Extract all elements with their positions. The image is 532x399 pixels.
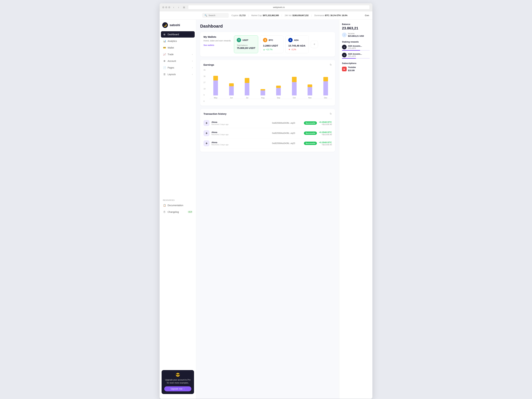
staking-coin-icon-1: ◎ [342,45,347,49]
tx-avatar-icon-1: ✈ [205,121,208,125]
chart-label-jul: Jul [246,97,248,99]
tx-amount-usd-1: +$10,930.90 [319,123,332,125]
sidebar-nav: ⊞ Dashboard 📊 Analytics 💳 Wallet [160,31,196,197]
logo-text: satoshi [170,23,180,27]
market-cap-ticker: Market Cap: $871,322,862,585 [251,14,279,17]
forward-button[interactable]: › [177,6,180,9]
search-icon: 🔍 [204,14,207,17]
bar-stack-sep [276,86,281,95]
page-title: Dashboard [200,24,335,29]
usdt-coin-name: USDT [242,39,248,41]
logo-icon: 🌙 [162,22,168,28]
search-box[interactable]: 🔍 [202,13,229,18]
staking-coin-icon-2: ◎ [342,53,347,57]
sidebar-item-trade[interactable]: 📈 Trade › [161,51,195,57]
usdt-coin-icon: T [237,38,241,42]
sidebar-item-label-docs: Documentation [168,204,183,207]
income-arrow-icon: ↓ [344,34,345,36]
staking-bar-2 [342,58,370,59]
sub-info-youtube: Youtube $10.99 [348,66,356,72]
url-bar[interactable]: webpixels.io [188,5,370,9]
sidebar-item-changelog[interactable]: 🗒 Changelog v1.0 [161,209,195,215]
search-input[interactable] [209,14,225,17]
sidebar-item-docs[interactable]: 📋 Documentation [161,202,195,209]
back-button[interactable]: ‹ [172,6,175,9]
tx-name-2: Alexa [211,131,270,133]
tx-amount-1: +0.2948 BTC +$10,930.90 [319,121,332,125]
sidebar-item-account[interactable]: ⚙ Account › [161,58,195,64]
wallet-card-header-usdt: T USDT [237,38,255,42]
bar-yellow-nov [308,84,312,87]
chart-label-jun: Jun [230,97,233,99]
bar-yellow-may [213,76,218,81]
staking-bar-fill-2 [342,58,356,59]
tx-hash-3: 0xd029384sd343fd...eq23 [272,142,302,145]
pages-icon: 📄 [163,66,166,69]
chart-bar-nov: Nov [304,84,316,99]
analytics-icon: 📊 [163,40,166,43]
ada-balance-value: 10.745,49 ADA [288,44,306,47]
sub-price-youtube: $10.99 [348,69,356,72]
staking-item-2: ◎ ADA Investm... 25% APR [342,53,370,59]
see-wallets-link[interactable]: See wallets [203,44,214,46]
wallet-card-btc[interactable]: ₿ BTC 3.2893 USDT ▲ +13.7% [260,35,284,53]
sidebar-item-pages[interactable]: 📄 Pages › [161,64,195,71]
tx-avatar-icon-2: ✈ [205,132,208,135]
sidebar-item-layouts[interactable]: ☰ Layouts › [161,71,195,77]
balance-label: Balance [342,23,370,25]
transactions-refresh-icon[interactable]: ↻ [330,112,332,115]
income-info: Income $23.863,21 USD [348,32,364,37]
chart-title: Earnings [203,63,214,66]
chart-bar-jul: Jul [241,78,253,99]
bar-stack-may [213,76,218,95]
account-icon: ⚙ [163,59,166,63]
staking-row-2: ◎ ADA Investm... 25% APR [342,53,370,57]
changelog-badge: v1.0 [188,211,193,213]
tx-amount-btc-2: +0.2948 BTC [319,131,332,133]
tx-avatar-1: ✈ [203,120,209,126]
sidebar-toggle-button[interactable]: ⊞ [182,6,186,9]
staking-info-2: ADA Investm... 25% APR [348,53,362,57]
income-value: $23.863,21 USD [348,35,364,37]
bar-yellow-sep [276,86,281,88]
tx-status-badge-3: Successful [304,142,317,145]
transactions-section: Transaction history ↻ ✈ Alexa Received 2… [200,109,335,152]
cryptos-ticker: Cryptos: 21,713 [231,14,246,17]
sidebar-item-wallet[interactable]: 💳 Wallet [161,44,195,51]
sidebar-item-label-pages: Pages [168,66,174,69]
tx-amount-3: +0.2948 BTC +$10,930.90 [319,141,332,146]
wallet-card-ada[interactable]: A ADA 10.745,49 ADA ▼ -3.2% [285,35,309,53]
ada-change: ▼ -3.2% [288,48,306,51]
moon-icon: 🌙 [163,24,167,27]
main-content: Dashboard My Wallets Invest, stake and e… [196,20,339,399]
staking-label: Staking rewards [342,41,370,43]
y-label-45: 45 [203,69,208,71]
sidebar-item-dashboard[interactable]: ⊞ Dashboard [161,31,195,38]
bar-purple-sep [276,88,281,95]
tx-time-2: Received 2 days ago [211,133,270,135]
chevron-right-icon-account: › [192,60,193,62]
chart-bar-oct: Oct [288,77,301,99]
add-wallet-button[interactable]: + [311,41,318,48]
tx-amount-btc-1: +0.2948 BTC [319,121,332,123]
staking-name-1: ADA Investm... [348,45,362,47]
sidebar-item-analytics[interactable]: 📊 Analytics [161,38,195,44]
bar-purple-nov [308,87,312,95]
wallet-card-usdt[interactable]: T USDT Total balance 75.800,00 USDT [234,35,258,53]
sep2: | [281,14,282,17]
resources-nav: 📋 Documentation 🗒 Changelog v1.0 [160,202,196,368]
refresh-icon[interactable]: ↻ [330,63,332,66]
staking-apr-1: 25% APR [348,47,362,49]
income-row: ↓ Income $23.863,21 USD [342,32,370,37]
chart-bar-sep: Sep [272,86,285,99]
docs-icon: 📋 [163,204,166,207]
chart-label-may: May [214,97,217,99]
bar-stack-dec [323,77,328,95]
sidebar-logo: 🌙 satoshi [160,22,196,31]
sub-item-youtube: ▶ Youtube $10.99 [342,66,370,72]
staking-name-2: ADA Investm... [348,53,362,55]
upgrade-button[interactable]: Upgrade now → [164,386,191,391]
transactions-header: Transaction history ↻ [203,112,332,115]
tx-amount-2: +0.2948 BTC +$10,930.90 [319,131,332,135]
upgrade-emoji: 😎 [164,373,191,377]
